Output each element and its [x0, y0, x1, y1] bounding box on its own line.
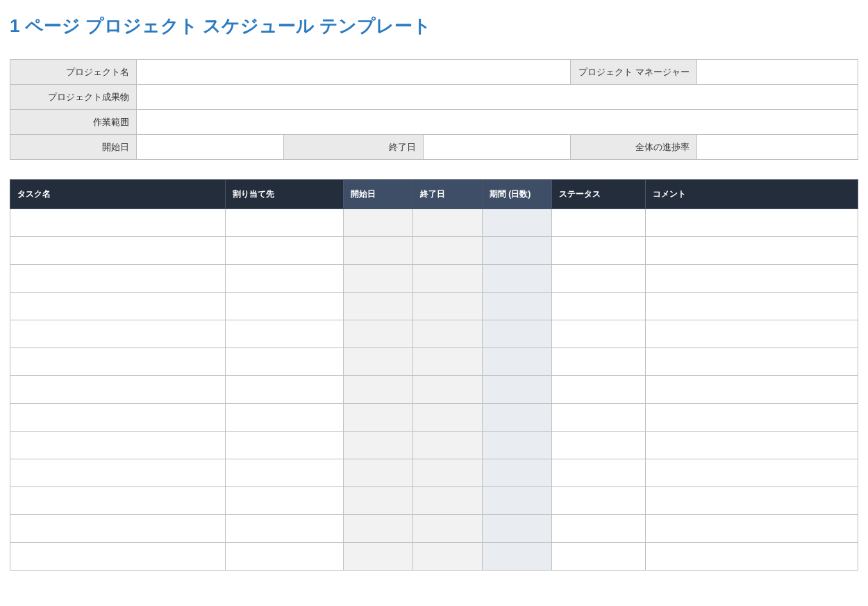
assigned-cell[interactable] [226, 515, 344, 543]
task-name-cell[interactable] [10, 515, 226, 543]
status-cell[interactable] [552, 543, 646, 571]
task-name-cell[interactable] [10, 265, 226, 293]
status-cell[interactable] [552, 293, 646, 320]
comment-cell[interactable] [646, 376, 858, 404]
start-date-cell[interactable] [344, 432, 413, 459]
task-name-cell[interactable] [10, 376, 226, 404]
duration-cell[interactable] [483, 376, 552, 404]
duration-cell[interactable] [483, 293, 552, 320]
start-date-cell[interactable] [344, 487, 413, 515]
comment-cell[interactable] [646, 293, 858, 320]
duration-cell[interactable] [483, 432, 552, 459]
status-cell[interactable] [552, 209, 646, 237]
status-cell[interactable] [552, 404, 646, 432]
comment-cell[interactable] [646, 543, 858, 571]
start-date-cell[interactable] [344, 209, 413, 237]
task-name-cell[interactable] [10, 404, 226, 432]
duration-cell[interactable] [483, 515, 552, 543]
end-date-cell[interactable] [413, 237, 483, 265]
comment-cell[interactable] [646, 237, 858, 265]
assigned-cell[interactable] [226, 320, 344, 348]
end-date-cell[interactable] [413, 376, 483, 404]
status-cell[interactable] [552, 459, 646, 487]
header-start-date: 開始日 [344, 180, 413, 209]
status-cell[interactable] [552, 265, 646, 293]
status-cell[interactable] [552, 432, 646, 459]
start-date-cell[interactable] [344, 543, 413, 571]
start-date-cell[interactable] [344, 376, 413, 404]
duration-cell[interactable] [483, 404, 552, 432]
duration-cell[interactable] [483, 320, 552, 348]
end-date-value[interactable] [424, 135, 571, 160]
task-name-cell[interactable] [10, 237, 226, 265]
status-cell[interactable] [552, 376, 646, 404]
assigned-cell[interactable] [226, 376, 344, 404]
duration-cell[interactable] [483, 348, 552, 376]
start-date-cell[interactable] [344, 348, 413, 376]
start-date-cell[interactable] [344, 459, 413, 487]
comment-cell[interactable] [646, 404, 858, 432]
end-date-cell[interactable] [413, 487, 483, 515]
start-date-cell[interactable] [344, 404, 413, 432]
task-name-cell[interactable] [10, 348, 226, 376]
assigned-cell[interactable] [226, 404, 344, 432]
task-name-cell[interactable] [10, 543, 226, 571]
duration-cell[interactable] [483, 487, 552, 515]
comment-cell[interactable] [646, 348, 858, 376]
start-date-cell[interactable] [344, 515, 413, 543]
assigned-cell[interactable] [226, 432, 344, 459]
end-date-cell[interactable] [413, 459, 483, 487]
duration-cell[interactable] [483, 209, 552, 237]
task-name-cell[interactable] [10, 209, 226, 237]
project-name-value[interactable] [136, 60, 571, 85]
assigned-cell[interactable] [226, 487, 344, 515]
assigned-cell[interactable] [226, 237, 344, 265]
start-date-cell[interactable] [344, 320, 413, 348]
progress-value[interactable] [696, 135, 858, 160]
task-name-cell[interactable] [10, 293, 226, 320]
assigned-cell[interactable] [226, 265, 344, 293]
duration-cell[interactable] [483, 265, 552, 293]
assigned-cell[interactable] [226, 293, 344, 320]
status-cell[interactable] [552, 237, 646, 265]
task-name-cell[interactable] [10, 459, 226, 487]
start-date-cell[interactable] [344, 237, 413, 265]
status-cell[interactable] [552, 515, 646, 543]
comment-cell[interactable] [646, 487, 858, 515]
end-date-cell[interactable] [413, 293, 483, 320]
assigned-cell[interactable] [226, 348, 344, 376]
duration-cell[interactable] [483, 237, 552, 265]
end-date-cell[interactable] [413, 432, 483, 459]
deliverables-value[interactable] [136, 85, 858, 110]
end-date-cell[interactable] [413, 515, 483, 543]
comment-cell[interactable] [646, 320, 858, 348]
end-date-cell[interactable] [413, 320, 483, 348]
task-name-cell[interactable] [10, 432, 226, 459]
assigned-cell[interactable] [226, 459, 344, 487]
start-date-value[interactable] [136, 135, 283, 160]
start-date-cell[interactable] [344, 293, 413, 320]
end-date-cell[interactable] [413, 348, 483, 376]
comment-cell[interactable] [646, 432, 858, 459]
end-date-cell[interactable] [413, 543, 483, 571]
task-name-cell[interactable] [10, 320, 226, 348]
end-date-cell[interactable] [413, 209, 483, 237]
task-name-cell[interactable] [10, 487, 226, 515]
project-manager-value[interactable] [696, 60, 858, 85]
scope-value[interactable] [136, 110, 858, 135]
end-date-cell[interactable] [413, 265, 483, 293]
duration-cell[interactable] [483, 459, 552, 487]
comment-cell[interactable] [646, 265, 858, 293]
comment-cell[interactable] [646, 459, 858, 487]
duration-cell[interactable] [483, 543, 552, 571]
assigned-cell[interactable] [226, 543, 344, 571]
status-cell[interactable] [552, 348, 646, 376]
end-date-cell[interactable] [413, 404, 483, 432]
status-cell[interactable] [552, 320, 646, 348]
start-date-cell[interactable] [344, 265, 413, 293]
comment-cell[interactable] [646, 515, 858, 543]
assigned-cell[interactable] [226, 209, 344, 237]
task-row [10, 293, 858, 320]
status-cell[interactable] [552, 487, 646, 515]
comment-cell[interactable] [646, 209, 858, 237]
